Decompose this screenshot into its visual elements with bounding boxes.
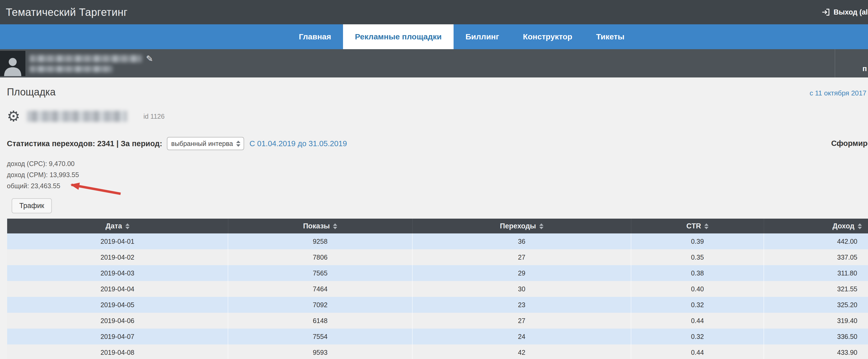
nav-tab-ad-platforms[interactable]: Рекламные площадки: [343, 24, 454, 49]
period-select[interactable]: выбранный интерва: [167, 137, 244, 150]
column-header-impressions[interactable]: Показы: [228, 219, 412, 233]
table-row: 2019-04-077554240.32336.50: [7, 329, 868, 345]
table-cell: 442.00: [764, 233, 868, 249]
top-bar: Тематический Таргетинг Выход (ale: [0, 0, 868, 24]
sort-arrows-icon: [704, 223, 709, 229]
table-row: 2019-04-066148270.44319.40: [7, 313, 868, 329]
income-cpc: доход (CPC): 9,470.00: [7, 158, 868, 169]
table-row: 2019-04-089593420.44433.90: [7, 345, 868, 359]
logout-label: Выход (ale: [834, 8, 868, 17]
table-row: 2019-04-047464300.40321.55: [7, 281, 868, 297]
nav-tab-tickets[interactable]: Тикеты: [584, 24, 636, 49]
table-cell: 7554: [228, 329, 412, 345]
table-cell: 0.44: [631, 345, 764, 359]
userbar-partial-text: п: [863, 65, 867, 73]
user-info: ✎: [30, 55, 153, 72]
site-row: ⚙ id 1126: [7, 109, 868, 124]
column-header-ctr[interactable]: CTR: [631, 219, 764, 233]
table-cell: 2019-04-04: [7, 281, 228, 297]
column-header-clicks[interactable]: Переходы: [412, 219, 631, 233]
table-cell: 27: [412, 249, 631, 265]
table-cell: 27: [412, 313, 631, 329]
since-date-link[interactable]: с 11 октября 2017: [810, 89, 866, 97]
table-cell: 325.20: [764, 297, 868, 313]
table-cell: 2019-04-02: [7, 249, 228, 265]
column-label: Показы: [303, 222, 330, 230]
table-cell: 0.40: [631, 281, 764, 297]
content-area: Площадка с 11 октября 2017 ⚙ id 1126 Ста…: [0, 77, 868, 359]
table-cell: 9593: [228, 345, 412, 359]
table-cell: 337.05: [764, 249, 868, 265]
income-block: доход (CPC): 9,470.00 доход (CPM): 13,99…: [7, 158, 868, 191]
table-cell: 6148: [228, 313, 412, 329]
table-cell: 2019-04-06: [7, 313, 228, 329]
table-row: 2019-04-027806270.35337.05: [7, 249, 868, 265]
table-row: 2019-04-019258360.39442.00: [7, 233, 868, 249]
traffic-tab[interactable]: Трафик: [12, 198, 52, 213]
column-header-date[interactable]: Дата: [7, 219, 228, 233]
table-cell: 336.50: [764, 329, 868, 345]
site-id: id 1126: [143, 112, 164, 120]
nav-tab-constructor[interactable]: Конструктор: [511, 24, 584, 49]
page-title: Площадка: [7, 87, 56, 98]
main-nav: Главная Рекламные площадки Биллинг Конст…: [0, 24, 868, 49]
column-header-income[interactable]: Доход: [764, 219, 868, 233]
table-cell: 0.38: [631, 265, 764, 281]
table-cell: 36: [412, 233, 631, 249]
column-label: Доход: [833, 222, 855, 230]
table-cell: 0.35: [631, 249, 764, 265]
page-head: Площадка с 11 октября 2017: [0, 77, 868, 98]
redacted-site-name: [27, 111, 127, 122]
nav-tab-billing[interactable]: Биллинг: [454, 24, 511, 49]
table-cell: 42: [412, 345, 631, 359]
table-header-row: Дата Показы Переходы CTR Доход: [7, 219, 868, 233]
redacted-account-name: [30, 55, 142, 62]
table-row: 2019-04-037565290.38311.80: [7, 265, 868, 281]
period-select-value: выбранный интерва: [171, 140, 233, 148]
table-cell: 2019-04-01: [7, 233, 228, 249]
avatar: [0, 51, 25, 76]
column-label: Переходы: [500, 222, 536, 230]
stats-row: Статистика переходов: 2341 | За период: …: [0, 137, 868, 150]
column-label: Дата: [105, 222, 122, 230]
sort-arrows-icon: [858, 223, 862, 229]
table-cell: 319.40: [764, 313, 868, 329]
table-cell: 433.90: [764, 345, 868, 359]
table-cell: 7806: [228, 249, 412, 265]
table-row: 2019-04-057092230.32325.20: [7, 297, 868, 313]
table-cell: 7092: [228, 297, 412, 313]
sort-arrows-icon: [539, 223, 544, 229]
period-range-link[interactable]: С 01.04.2019 до 31.05.2019: [249, 139, 347, 148]
traffic-table-body: 2019-04-019258360.39442.002019-04-027806…: [7, 233, 868, 359]
table-cell: 30: [412, 281, 631, 297]
table-cell: 2019-04-03: [7, 265, 228, 281]
table-cell: 311.80: [764, 265, 868, 281]
table-cell: 0.32: [631, 329, 764, 345]
table-cell: 7565: [228, 265, 412, 281]
stats-label: Статистика переходов: 2341 | За период:: [7, 139, 162, 148]
logout-button[interactable]: Выход (ale: [822, 0, 868, 24]
table-cell: 2019-04-05: [7, 297, 228, 313]
income-total: общий: 23,463.55: [7, 180, 868, 191]
table-cell: 321.55: [764, 281, 868, 297]
table-cell: 23: [412, 297, 631, 313]
table-cell: 0.32: [631, 297, 764, 313]
table-cell: 2019-04-07: [7, 329, 228, 345]
table-cell: 0.39: [631, 233, 764, 249]
traffic-table: Дата Показы Переходы CTR Доход: [7, 219, 868, 359]
table-cell: 2019-04-08: [7, 345, 228, 359]
redacted-account-subtitle: [30, 66, 113, 72]
exit-icon: [822, 8, 831, 17]
user-bar: ✎ п: [0, 49, 868, 77]
gear-icon[interactable]: ⚙: [7, 109, 20, 124]
sort-arrows-icon: [333, 223, 337, 229]
income-cpm: доход (CPM): 13,993.55: [7, 169, 868, 180]
app-title: Тематический Таргетинг: [0, 6, 127, 18]
table-cell: 0.44: [631, 313, 764, 329]
column-label: CTR: [686, 222, 701, 230]
nav-tab-home[interactable]: Главная: [287, 24, 343, 49]
table-cell: 24: [412, 329, 631, 345]
pencil-icon[interactable]: ✎: [146, 55, 153, 63]
generate-report-button[interactable]: Сформиро: [831, 139, 868, 148]
userbar-divider: [835, 49, 835, 77]
